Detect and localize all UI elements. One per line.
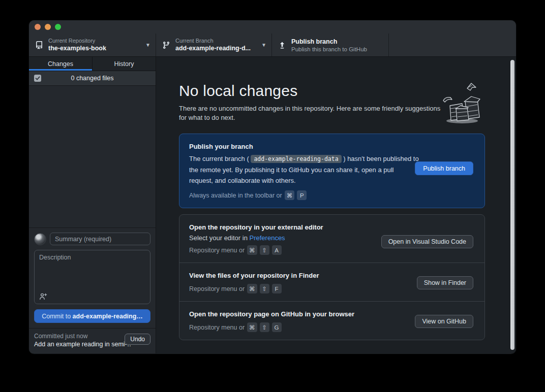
add-coauthor-icon[interactable] xyxy=(39,292,47,301)
hint-text: Repository menu or xyxy=(189,285,245,292)
changes-list-empty-area xyxy=(29,86,156,227)
commit-form: Commit to add-example-reading… xyxy=(29,227,156,328)
summary-input[interactable] xyxy=(50,233,150,245)
chevron-down-icon: ▼ xyxy=(145,42,150,48)
publish-branch-subtitle: Publish this branch to GitHub xyxy=(291,46,383,53)
tab-history[interactable]: History xyxy=(92,57,156,71)
publish-branch-toolbar-button[interactable]: Publish branch Publish this branch to Gi… xyxy=(272,34,389,56)
last-commit-message: Add an example reading in semi-… xyxy=(34,340,131,349)
changed-files-row: 0 changed files xyxy=(29,71,156,86)
minimize-button[interactable] xyxy=(45,24,51,30)
publish-branch-title: Publish branch xyxy=(291,38,383,46)
hint-text: Repository menu or xyxy=(189,247,245,254)
main-panel: No local changes There are no uncommitte… xyxy=(156,57,516,353)
toolbar: Current Repository the-examples-book ▼ C… xyxy=(29,34,516,57)
cmd-keycap: ⌘ xyxy=(247,322,257,332)
current-repository-label: Current Repository xyxy=(48,38,142,44)
undo-bar: Committed just now Add an example readin… xyxy=(29,328,156,353)
paper-basket-illustration xyxy=(439,79,483,126)
vertical-scrollbar[interactable] xyxy=(510,60,514,350)
changed-files-count: 0 changed files xyxy=(29,75,156,82)
a-keycap: A xyxy=(272,245,282,255)
publish-branch-button[interactable]: Publish branch xyxy=(415,161,473,175)
current-branch-dropdown[interactable]: Current Branch add-example-reading-d... … xyxy=(156,34,272,56)
toolbar-spacer xyxy=(389,34,516,56)
publish-hint-text: Always available in the toolbar or xyxy=(189,192,282,199)
view-on-github-button[interactable]: View on GitHub xyxy=(415,315,473,328)
shift-keycap: ⇧ xyxy=(260,322,269,332)
cmd-keycap: ⌘ xyxy=(285,190,295,200)
description-box xyxy=(34,250,150,304)
tab-changes[interactable]: Changes xyxy=(29,57,92,71)
github-desktop-window: Current Repository the-examples-book ▼ C… xyxy=(29,20,516,354)
chevron-down-icon: ▼ xyxy=(261,42,266,48)
show-in-finder-button[interactable]: Show in Finder xyxy=(417,276,473,289)
git-branch-icon xyxy=(162,41,170,49)
f-keycap: F xyxy=(272,284,282,293)
close-button[interactable] xyxy=(35,24,41,30)
sidebar: Changes History 0 changed files xyxy=(29,57,156,353)
zoom-button[interactable] xyxy=(55,24,61,30)
commit-button[interactable]: Commit to add-example-reading… xyxy=(34,309,150,323)
title-bar[interactable] xyxy=(29,20,516,34)
traffic-lights xyxy=(35,24,61,30)
avatar[interactable] xyxy=(34,233,46,245)
cmd-keycap: ⌘ xyxy=(247,284,257,293)
publish-panel-body: The current branch ( add-example-reading… xyxy=(189,153,419,186)
changes-history-tabs: Changes History xyxy=(29,57,156,71)
suggestion-title: Open the repository in your external edi… xyxy=(189,223,475,232)
publish-body-before: The current branch ( xyxy=(189,155,249,162)
page-subtitle: There are no uncommitted changes in this… xyxy=(179,104,443,122)
editor-line-text: Select your editor in xyxy=(189,234,250,242)
g-keycap: G xyxy=(272,322,282,332)
current-branch-value: add-example-reading-d... xyxy=(175,44,258,52)
publish-branch-panel: Publish your branch The current branch (… xyxy=(179,134,485,208)
shift-keycap: ⇧ xyxy=(260,245,269,255)
suggestion-external-editor: Open the repository in your external edi… xyxy=(179,215,485,263)
suggestion-show-in-finder: View the files of your repository in Fin… xyxy=(179,263,485,301)
commit-button-prefix: Commit to xyxy=(42,313,72,320)
undo-button[interactable]: Undo xyxy=(125,334,150,345)
commit-button-branch: add-example-reading… xyxy=(73,313,143,320)
publish-shortcut-hint: Always available in the toolbar or ⌘ P xyxy=(189,190,475,200)
branch-code-chip: add-example-reading-data xyxy=(251,155,341,163)
cmd-keycap: ⌘ xyxy=(247,245,257,255)
hint-text: Repository menu or xyxy=(189,324,245,331)
p-keycap: P xyxy=(297,190,307,200)
check-icon xyxy=(35,76,40,81)
suggestion-view-on-github: Open the repository page on GitHub in yo… xyxy=(179,301,485,340)
preferences-link[interactable]: Preferences xyxy=(250,234,285,242)
current-branch-label: Current Branch xyxy=(175,38,258,44)
current-repository-value: the-examples-book xyxy=(48,44,142,52)
description-input[interactable] xyxy=(39,254,145,291)
current-repository-dropdown[interactable]: Current Repository the-examples-book ▼ xyxy=(29,34,156,56)
repo-icon xyxy=(35,41,43,49)
select-all-checkbox[interactable] xyxy=(34,75,41,82)
open-in-editor-button[interactable]: Open in Visual Studio Code xyxy=(381,235,473,248)
upload-icon xyxy=(278,41,286,49)
suggestions-list: Open the repository in your external edi… xyxy=(179,214,485,340)
publish-panel-title: Publish your branch xyxy=(189,143,475,150)
shift-keycap: ⇧ xyxy=(260,284,269,293)
